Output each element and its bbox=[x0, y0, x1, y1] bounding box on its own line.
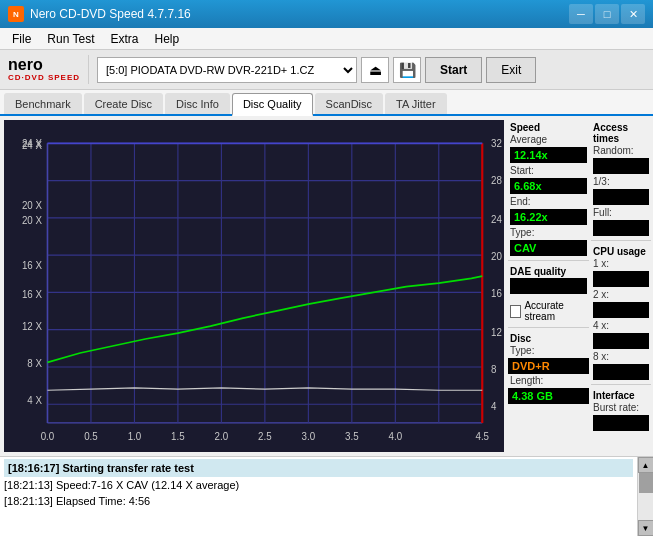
cpu-2x-value bbox=[593, 302, 649, 318]
minimize-button[interactable]: ─ bbox=[569, 4, 593, 24]
cpu-section: CPU usage 1 x: 2 x: 4 x: 8 x: bbox=[591, 244, 651, 380]
cpu-4x-label: 4 x: bbox=[591, 319, 651, 332]
svg-text:1.5: 1.5 bbox=[171, 431, 185, 442]
svg-text:20 X: 20 X bbox=[22, 214, 42, 225]
disc-length-value: 4.38 GB bbox=[508, 388, 589, 404]
chart-container: 24 X 20 X 16 X 24 X 20 X 16 X 12 X 8 X 4… bbox=[4, 120, 504, 452]
svg-text:20 X: 20 X bbox=[22, 199, 42, 210]
app-icon: N bbox=[8, 6, 24, 22]
tab-disc-quality[interactable]: Disc Quality bbox=[232, 93, 313, 116]
onethird-label: 1/3: bbox=[591, 175, 651, 188]
svg-text:1.0: 1.0 bbox=[128, 431, 142, 442]
disc-type-value: DVD+R bbox=[508, 358, 589, 374]
log-scrollbar: ▲ ▼ bbox=[637, 457, 653, 536]
divider2 bbox=[508, 327, 589, 328]
svg-text:8 X: 8 X bbox=[27, 358, 42, 369]
menu-extra[interactable]: Extra bbox=[102, 30, 146, 48]
svg-text:20: 20 bbox=[491, 250, 502, 261]
random-value bbox=[593, 158, 649, 174]
maximize-button[interactable]: □ bbox=[595, 4, 619, 24]
title-bar-controls: ─ □ ✕ bbox=[569, 4, 645, 24]
start-button[interactable]: Start bbox=[425, 57, 482, 83]
nero-logo-text: nero bbox=[8, 57, 43, 73]
svg-rect-0 bbox=[4, 120, 504, 452]
onethird-value bbox=[593, 189, 649, 205]
menu-bar: File Run Test Extra Help bbox=[0, 28, 653, 50]
tab-benchmark[interactable]: Benchmark bbox=[4, 93, 82, 114]
full-label: Full: bbox=[591, 206, 651, 219]
nero-logo-subtitle: CD·DVD SPEED bbox=[8, 73, 80, 82]
type-label: Type: bbox=[508, 226, 589, 239]
title-bar: N Nero CD-DVD Speed 4.7.7.16 ─ □ ✕ bbox=[0, 0, 653, 28]
burst-label: Burst rate: bbox=[591, 401, 651, 414]
accurate-stream-checkbox[interactable] bbox=[510, 305, 521, 318]
svg-text:16 X: 16 X bbox=[22, 260, 42, 271]
log-line-2: [18:21:13] Elapsed Time: 4:56 bbox=[4, 493, 633, 509]
nero-logo: nero CD·DVD SPEED bbox=[4, 55, 89, 84]
svg-text:8: 8 bbox=[491, 363, 497, 374]
svg-text:12 X: 12 X bbox=[22, 320, 42, 331]
svg-text:16: 16 bbox=[491, 288, 502, 299]
divider3 bbox=[591, 240, 651, 241]
stats-left-col: Speed Average 12.14x Start: 6.68x End: 1… bbox=[508, 120, 589, 452]
svg-text:12: 12 bbox=[491, 326, 502, 337]
svg-text:2.0: 2.0 bbox=[215, 431, 229, 442]
close-button[interactable]: ✕ bbox=[621, 4, 645, 24]
svg-text:3.5: 3.5 bbox=[345, 431, 359, 442]
scroll-down-button[interactable]: ▼ bbox=[638, 520, 654, 536]
disc-title: Disc bbox=[508, 331, 589, 344]
end-label: End: bbox=[508, 195, 589, 208]
menu-run-test[interactable]: Run Test bbox=[39, 30, 102, 48]
drive-select[interactable]: [5:0] PIODATA DVD-RW DVR-221D+ 1.CZ bbox=[97, 57, 357, 83]
tab-ta-jitter[interactable]: TA Jitter bbox=[385, 93, 447, 114]
scroll-up-button[interactable]: ▲ bbox=[638, 457, 654, 473]
cpu-2x-label: 2 x: bbox=[591, 288, 651, 301]
speed-section: Speed Average 12.14x Start: 6.68x End: 1… bbox=[508, 120, 589, 256]
accurate-stream-row: Accurate stream bbox=[508, 298, 589, 324]
cpu-title: CPU usage bbox=[591, 244, 651, 257]
menu-help[interactable]: Help bbox=[147, 30, 188, 48]
type-value: CAV bbox=[510, 240, 587, 256]
divider4 bbox=[591, 384, 651, 385]
svg-text:4.5: 4.5 bbox=[475, 431, 489, 442]
save-icon-button[interactable]: 💾 bbox=[393, 57, 421, 83]
start-label: Start: bbox=[508, 164, 589, 177]
cpu-4x-value bbox=[593, 333, 649, 349]
svg-text:16 X: 16 X bbox=[22, 289, 42, 300]
burst-value bbox=[593, 415, 649, 431]
full-value bbox=[593, 220, 649, 236]
scroll-track bbox=[638, 473, 653, 520]
svg-text:4.0: 4.0 bbox=[389, 431, 403, 442]
content-area: 24 X 20 X 16 X 24 X 20 X 16 X 12 X 8 X 4… bbox=[0, 116, 653, 456]
eject-icon-button[interactable]: ⏏ bbox=[361, 57, 389, 83]
svg-text:24 X: 24 X bbox=[22, 137, 42, 148]
chart-wrapper: 24 X 20 X 16 X 24 X 20 X 16 X 12 X 8 X 4… bbox=[0, 116, 508, 456]
tab-create-disc[interactable]: Create Disc bbox=[84, 93, 163, 114]
cpu-1x-value bbox=[593, 271, 649, 287]
disc-length-label: Length: bbox=[508, 374, 589, 387]
divider1 bbox=[508, 260, 589, 261]
tab-scan-disc[interactable]: ScanDisc bbox=[315, 93, 383, 114]
access-section: Access times Random: 1/3: Full: bbox=[591, 120, 651, 236]
svg-text:4: 4 bbox=[491, 401, 497, 412]
toolbar: nero CD·DVD SPEED [5:0] PIODATA DVD-RW D… bbox=[0, 50, 653, 90]
log-line-header: [18:16:17] Starting transfer rate test bbox=[4, 459, 633, 477]
dae-value bbox=[510, 278, 587, 294]
menu-file[interactable]: File bbox=[4, 30, 39, 48]
svg-text:0.5: 0.5 bbox=[84, 431, 98, 442]
svg-text:2.5: 2.5 bbox=[258, 431, 272, 442]
tabs-bar: Benchmark Create Disc Disc Info Disc Qua… bbox=[0, 90, 653, 116]
speed-title: Speed bbox=[508, 120, 589, 133]
log-content: [18:16:17] Starting transfer rate test [… bbox=[0, 457, 637, 536]
cpu-8x-label: 8 x: bbox=[591, 350, 651, 363]
accurate-stream-label: Accurate stream bbox=[524, 300, 587, 322]
tab-disc-info[interactable]: Disc Info bbox=[165, 93, 230, 114]
scroll-thumb[interactable] bbox=[639, 473, 653, 493]
stats-right-col: Access times Random: 1/3: Full: CPU usag… bbox=[591, 120, 651, 452]
disc-type-label: Type: bbox=[508, 344, 589, 357]
right-stats-panel: Speed Average 12.14x Start: 6.68x End: 1… bbox=[508, 116, 653, 456]
title-bar-left: N Nero CD-DVD Speed 4.7.7.16 bbox=[8, 6, 191, 22]
exit-button[interactable]: Exit bbox=[486, 57, 536, 83]
svg-text:3.0: 3.0 bbox=[302, 431, 316, 442]
svg-text:0.0: 0.0 bbox=[41, 431, 55, 442]
